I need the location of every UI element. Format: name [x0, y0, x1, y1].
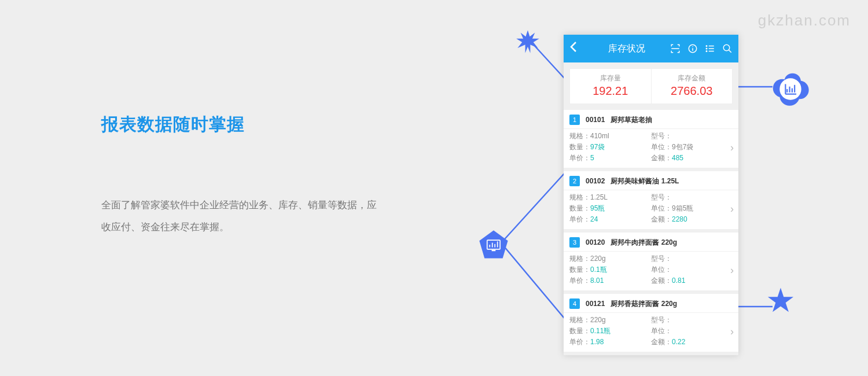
back-button[interactable]: [569, 41, 583, 56]
amount-label: 金额：485: [651, 153, 733, 163]
svg-rect-13: [492, 250, 496, 251]
app-bar: 库存状况: [564, 35, 738, 62]
inventory-list: 100101厨邦草菇老抽规格：410ml型号：数量：97袋单位：9包7袋单价：5…: [564, 110, 738, 355]
svg-point-23: [706, 48, 707, 49]
item-body: 规格：220g型号：数量：0.1瓶单位：单价：8.01金额：0.81: [564, 252, 738, 290]
item-header: 400121厨邦香菇拌面酱 220g: [564, 294, 738, 313]
svg-point-28: [723, 45, 730, 51]
model-label: 型号：: [651, 315, 733, 325]
summary-amount: 库存金额 2766.03: [651, 69, 733, 104]
amount-label: 金额：2280: [651, 215, 733, 224]
search-icon[interactable]: [722, 43, 733, 54]
amount-label: 金额：0.81: [651, 276, 733, 286]
summary-qty: 库存量 192.21: [570, 69, 651, 104]
chevron-right-icon: ›: [730, 264, 734, 277]
svg-point-22: [706, 46, 707, 47]
list-item[interactable]: 100101厨邦草菇老抽规格：410ml型号：数量：97袋单位：9包7袋单价：5…: [564, 110, 738, 171]
item-index-badge: 4: [569, 298, 580, 309]
item-code: 00121: [586, 300, 605, 308]
chevron-left-icon: [569, 41, 578, 53]
list-item[interactable]: 200102厨邦美味鲜酱油 1.25L规格：1.25L型号：数量：95瓶单位：9…: [564, 171, 738, 233]
item-index-badge: 1: [569, 115, 580, 125]
amount-label: 金额：0.22: [651, 337, 733, 347]
item-body: 规格：1.25L型号：数量：95瓶单位：9箱5瓶单价：24金额：2280: [564, 190, 738, 229]
model-label: 型号：: [651, 254, 733, 264]
item-header: 300120厨邦牛肉拌面酱 220g: [564, 233, 738, 252]
list-item[interactable]: 400121厨邦香菇拌面酱 220g规格：220g型号：数量：0.11瓶单位：单…: [564, 294, 738, 355]
svg-line-29: [729, 50, 731, 53]
item-name: 厨邦美味鲜酱油 1.25L: [610, 176, 679, 186]
svg-line-1: [501, 174, 564, 243]
price-label: 单价：24: [569, 215, 651, 224]
unit-label: 单位：9箱5瓶: [651, 204, 733, 213]
item-code: 00101: [586, 116, 605, 124]
qty-label: 数量：95瓶: [569, 204, 651, 213]
marketing-body: 全面了解管家婆软件中企业经营的业务、库存、销量等数据，应收应付、资金往来尽在掌握…: [101, 194, 379, 238]
price-label: 单价：5: [569, 153, 651, 163]
svg-line-2: [501, 243, 564, 318]
info-icon[interactable]: [687, 43, 698, 54]
watermark-text: gkzhan.com: [758, 12, 851, 30]
item-index-badge: 2: [569, 176, 580, 186]
spec-label: 规格：220g: [569, 254, 651, 264]
item-name: 厨邦香菇拌面酱 220g: [610, 299, 677, 309]
item-code: 00120: [586, 238, 605, 246]
marketing-headline: 报表数据随时掌握: [101, 113, 379, 137]
chevron-right-icon: ›: [730, 142, 734, 154]
burst-icon: [515, 29, 540, 54]
list-icon[interactable]: [705, 43, 715, 54]
summary-amount-label: 库存金额: [652, 73, 733, 83]
spec-label: 规格：410ml: [569, 131, 651, 141]
chevron-right-icon: ›: [730, 326, 734, 338]
list-item[interactable]: 300120厨邦牛肉拌面酱 220g规格：220g型号：数量：0.1瓶单位：单价…: [564, 233, 738, 294]
qty-label: 数量：97袋: [569, 142, 651, 152]
item-index-badge: 3: [569, 237, 580, 248]
svg-marker-18: [768, 287, 793, 312]
item-header: 100101厨邦草菇老抽: [564, 110, 738, 129]
marketing-block: 报表数据随时掌握 全面了解管家婆软件中企业经营的业务、库存、销量等数据，应收应付…: [101, 113, 379, 238]
star-icon: [767, 286, 795, 314]
price-label: 单价：8.01: [569, 276, 651, 286]
summary-card: 库存量 192.21 库存金额 2766.03: [569, 68, 733, 104]
svg-point-10: [779, 78, 801, 99]
scan-icon[interactable]: [670, 43, 681, 54]
spec-label: 规格：1.25L: [569, 193, 651, 202]
app-title: 库存状况: [583, 43, 670, 55]
unit-label: 单位：9包7袋: [651, 142, 733, 152]
summary-qty-label: 库存量: [570, 73, 651, 83]
item-body: 规格：410ml型号：数量：97袋单位：9包7袋单价：5金额：485: [564, 129, 738, 168]
item-header: 200102厨邦美味鲜酱油 1.25L: [564, 171, 738, 190]
model-label: 型号：: [651, 131, 733, 141]
price-label: 单价：1.98: [569, 337, 651, 347]
item-code: 00102: [586, 177, 605, 185]
unit-label: 单位：: [651, 265, 733, 275]
pentagon-screen-badge: [477, 228, 510, 261]
spec-label: 规格：220g: [569, 315, 651, 325]
item-name: 厨邦草菇老抽: [610, 115, 652, 125]
item-body: 规格：220g型号：数量：0.11瓶单位：单价：1.98金额：0.22: [564, 313, 738, 352]
summary-amount-value: 2766.03: [652, 84, 733, 98]
summary-qty-value: 192.21: [570, 84, 651, 98]
svg-point-24: [706, 51, 707, 52]
phone-screen: 库存状况 库存量 192.21 库存金额 2766.03 100101厨邦草菇老…: [564, 35, 738, 355]
svg-point-21: [692, 46, 693, 47]
chevron-right-icon: ›: [730, 203, 734, 215]
cloud-chart-badge: [770, 68, 811, 110]
model-label: 型号：: [651, 193, 733, 202]
item-name: 厨邦牛肉拌面酱 220g: [610, 238, 677, 248]
svg-marker-11: [479, 230, 507, 258]
qty-label: 数量：0.11瓶: [569, 326, 651, 336]
unit-label: 单位：: [651, 326, 733, 336]
svg-marker-5: [516, 30, 539, 53]
qty-label: 数量：0.1瓶: [569, 265, 651, 275]
